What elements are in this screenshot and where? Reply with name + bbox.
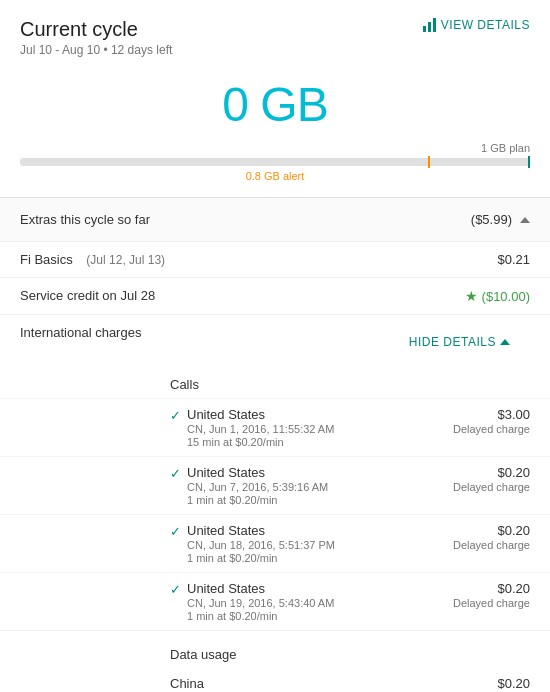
call-details: United States CN, Jun 19, 2016, 5:43:40 … (187, 581, 334, 622)
header-left: Current cycle Jul 10 - Aug 10 • 12 days … (20, 18, 172, 57)
data-usage-section-header: Data usage (0, 630, 550, 668)
call-checkmark: ✓ (170, 466, 181, 481)
data-usage-list: China 0.02 GB at $10.00/GB Jun 1 20.7 MB… (0, 668, 550, 692)
call-price: $0.20 (453, 523, 530, 538)
call-left: ✓ United States CN, Jun 19, 2016, 5:43:4… (170, 581, 334, 622)
data-amount: 0 GB (0, 77, 550, 132)
service-credit-amount: ★ ($10.00) (465, 288, 530, 304)
page-title: Current cycle (20, 18, 172, 41)
call-meta1: CN, Jun 18, 2016, 5:51:37 PM (187, 539, 335, 551)
call-checkmark: ✓ (170, 524, 181, 539)
call-delayed: Delayed charge (453, 481, 530, 493)
hide-details-label: HIDE DETAILS (409, 335, 496, 349)
fi-basics-item: Fi Basics (Jul 12, Jul 13) $0.21 (0, 241, 550, 277)
view-details-button[interactable]: VIEW DETAILS (423, 18, 530, 32)
call-right: $0.20 Delayed charge (453, 523, 530, 551)
call-item: ✓ United States CN, Jun 19, 2016, 5:43:4… (0, 572, 550, 630)
fi-basics-label: Fi Basics (Jul 12, Jul 13) (20, 252, 165, 267)
bar-chart-icon (423, 18, 436, 32)
chevron-up-icon (520, 217, 530, 223)
data-right: $0.20 Delayed charge (453, 676, 530, 692)
fi-basics-amount: $0.21 (497, 252, 530, 267)
data-usage-display: 0 GB (0, 67, 550, 137)
call-details: United States CN, Jun 18, 2016, 5:51:37 … (187, 523, 335, 564)
call-right: $0.20 Delayed charge (453, 581, 530, 609)
call-price: $3.00 (453, 407, 530, 422)
page-header: Current cycle Jul 10 - Aug 10 • 12 days … (0, 0, 550, 67)
extras-total-amount: ($5.99) (471, 212, 512, 227)
call-name: United States (187, 465, 328, 480)
extras-total: ($5.99) (471, 212, 530, 227)
data-price: $0.20 (453, 676, 530, 691)
calls-section-header: Calls (0, 369, 550, 398)
call-left: ✓ United States CN, Jun 1, 2016, 11:55:3… (170, 407, 334, 448)
call-name: United States (187, 407, 334, 422)
data-country: China (170, 676, 278, 691)
call-price: $0.20 (453, 465, 530, 480)
call-delayed: Delayed charge (453, 597, 530, 609)
call-checkmark: ✓ (170, 408, 181, 423)
call-delayed: Delayed charge (453, 423, 530, 435)
view-details-label: VIEW DETAILS (441, 18, 530, 32)
call-meta1: CN, Jun 1, 2016, 11:55:32 AM (187, 423, 334, 435)
calls-list: ✓ United States CN, Jun 1, 2016, 11:55:3… (0, 398, 550, 630)
call-right: $0.20 Delayed charge (453, 465, 530, 493)
service-credit-value: ($10.00) (482, 289, 530, 304)
call-meta2: 1 min at $0.20/min (187, 494, 328, 506)
cycle-subtitle: Jul 10 - Aug 10 • 12 days left (20, 43, 172, 57)
extras-header: Extras this cycle so far ($5.99) (0, 198, 550, 241)
extras-label: Extras this cycle so far (20, 212, 150, 227)
call-price: $0.20 (453, 581, 530, 596)
star-icon: ★ (465, 288, 478, 304)
call-name: United States (187, 523, 335, 538)
fi-basics-name: Fi Basics (20, 252, 73, 267)
call-meta2: 1 min at $0.20/min (187, 610, 334, 622)
call-checkmark: ✓ (170, 582, 181, 597)
service-credit-item: Service credit on Jul 28 ★ ($10.00) (0, 277, 550, 314)
data-left: China 0.02 GB at $10.00/GB Jun 1 20.7 MB (170, 676, 278, 692)
progress-bar (20, 158, 530, 166)
call-meta1: CN, Jun 19, 2016, 5:43:40 AM (187, 597, 334, 609)
chevron-up-teal-icon (500, 339, 510, 345)
alert-label: 0.8 GB alert (20, 170, 530, 182)
plan-marker (528, 156, 530, 168)
call-meta2: 15 min at $0.20/min (187, 436, 334, 448)
call-name: United States (187, 581, 334, 596)
call-left: ✓ United States CN, Jun 7, 2016, 5:39:16… (170, 465, 328, 506)
call-item: ✓ United States CN, Jun 18, 2016, 5:51:3… (0, 514, 550, 572)
call-meta2: 1 min at $0.20/min (187, 552, 335, 564)
call-details: United States CN, Jun 1, 2016, 11:55:32 … (187, 407, 334, 448)
international-charges-label: International charges (20, 325, 141, 340)
call-item: ✓ United States CN, Jun 1, 2016, 11:55:3… (0, 398, 550, 456)
progress-fill (20, 158, 530, 166)
progress-section: 1 GB plan 0.8 GB alert (0, 137, 550, 197)
plan-label: 1 GB plan (20, 142, 530, 154)
alert-marker (428, 156, 430, 168)
call-meta1: CN, Jun 7, 2016, 5:39:16 AM (187, 481, 328, 493)
call-delayed: Delayed charge (453, 539, 530, 551)
call-left: ✓ United States CN, Jun 18, 2016, 5:51:3… (170, 523, 335, 564)
hide-details-button[interactable]: HIDE DETAILS (389, 325, 530, 359)
call-details: United States CN, Jun 7, 2016, 5:39:16 A… (187, 465, 328, 506)
call-right: $3.00 Delayed charge (453, 407, 530, 435)
fi-basics-meta: (Jul 12, Jul 13) (86, 253, 165, 267)
service-credit-label: Service credit on Jul 28 (20, 288, 155, 303)
data-usage-item: China 0.02 GB at $10.00/GB Jun 1 20.7 MB… (0, 668, 550, 692)
call-item: ✓ United States CN, Jun 7, 2016, 5:39:16… (0, 456, 550, 514)
international-charges-item: International charges HIDE DETAILS (0, 314, 550, 369)
